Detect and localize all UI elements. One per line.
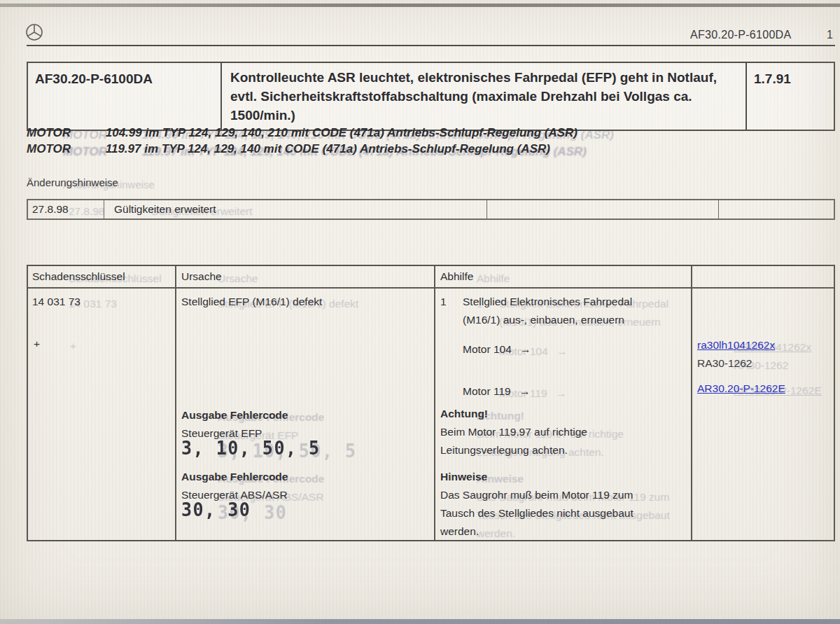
attention-line-2: Leitungsverlegung achten. [440, 441, 568, 459]
title-block-document-number: AF30.20-P-6100DA [28, 63, 222, 130]
column-header-remedy: Abhilfe [440, 270, 473, 283]
remedy-line-1: Stellglied Elektronisches Fahrpedal [463, 293, 632, 311]
title-block: AF30.20-P-6100DA Kontrolleuchte ASR leuc… [27, 62, 835, 131]
table-column-divider [691, 266, 692, 540]
fault-codes-efp: 3, 10, 50, 5 [181, 438, 321, 459]
screen-top-edge [0, 4, 840, 7]
cause-text: Stellglied EFP (M16/1) defekt [181, 293, 322, 311]
table-column-divider [434, 266, 435, 540]
motor-line-2-text: 119.97 im TYP 124, 129, 140 mit CODE (47… [106, 142, 550, 155]
header-rule [27, 45, 835, 46]
attention-line-1: Beim Motor 119.97 auf richtige [440, 423, 587, 441]
motor-line-1-text: 104.99 im TYP 124, 129, 140, 210 mit COD… [106, 126, 578, 139]
motor-119-document-link[interactable]: AR30.20-P-1262E [697, 382, 785, 395]
arrow-right-icon: → [520, 343, 531, 355]
change-note-empty-cell [487, 200, 719, 219]
motor-104-ref: Motor 104 → [463, 340, 531, 359]
header-document-code: AF30.20-P-6100DA [690, 29, 791, 41]
motor-119-label: Motor 119 [463, 385, 511, 397]
table-column-divider [175, 266, 176, 540]
damage-code: 14 031 73 [32, 293, 80, 311]
document-page: AF30.20-P-6100DA 1 AF30.20-P-6100DA Kont… [0, 0, 840, 624]
damage-code-plus-marker: + [34, 335, 40, 353]
table-header-divider [28, 287, 834, 289]
fault-block-abs-heading: Ausgabe Fehlercode [181, 468, 288, 486]
motor-line-1: MOTOR 104.99 im TYP 124, 129, 140, 210 m… [27, 126, 578, 140]
change-notes-row: 27.8.98 Gültigkeiten erweitert [27, 199, 835, 220]
attention-heading: Achtung! [440, 405, 488, 423]
remedy-line-2: (M16/1) aus-, einbauen, erneuern [463, 311, 624, 329]
fault-codes-abs: 30, 30 [181, 499, 251, 520]
motor-104-reference-number: RA30-1262 [697, 357, 752, 370]
notes-heading: Hinweise [440, 468, 487, 486]
notes-line-3: werden. [440, 522, 479, 541]
column-header-cause: Ursache [181, 270, 222, 283]
motor-line-1-label: MOTOR [27, 126, 102, 140]
change-note-date: 27.8.98 [28, 200, 104, 219]
mercedes-star-icon [25, 23, 43, 44]
notes-line-1: Das Saugrohr muß beim Motor 119 zum [440, 486, 633, 504]
header-page-number: 1 [827, 29, 833, 41]
motor-119-ref: Motor 119 → [463, 382, 530, 401]
change-notes-heading: Änderungshinweise [27, 176, 118, 188]
motor-104-document-link[interactable]: ra30lh1041262x [697, 339, 775, 352]
notes-line-2: Tausch des Stellgliedes nicht ausgebaut [440, 504, 634, 522]
change-note-text: Gültigkeiten erweitert [104, 200, 487, 219]
change-note-empty-cell-2 [719, 200, 834, 219]
fault-table: Schadensschlüssel Ursache Abhilfe 14 031… [27, 265, 835, 541]
title-block-title: Kontrolleuchte ASR leuchtet, elektronisc… [222, 63, 746, 130]
fault-block-efp-heading: Ausgabe Fehlercode [181, 406, 288, 424]
motor-line-2: MOTOR 119.97 im TYP 124, 129, 140 mit CO… [27, 142, 550, 156]
title-block-date: 1.7.91 [746, 63, 834, 130]
screen-bottom-edge [0, 619, 840, 624]
remedy-number: 1 [440, 293, 447, 311]
motor-line-2-label: MOTOR [27, 142, 102, 156]
column-header-damage-key: Schadensschlüssel [32, 270, 125, 283]
motor-104-label: Motor 104 [463, 343, 512, 355]
arrow-right-icon: → [519, 385, 531, 397]
